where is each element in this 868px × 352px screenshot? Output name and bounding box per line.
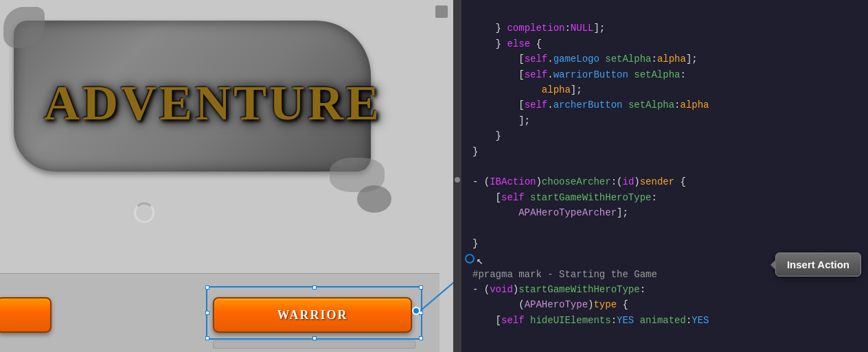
deco-rock-3 [357,185,391,213]
adventure-title: ADVENTURE [44,75,382,132]
adventure-logo-container: ADVENTURE [10,34,415,172]
insert-action-label: Insert Action [787,259,849,270]
warrior-button-container: WARRIOR [213,297,415,333]
warrior-button[interactable]: WARRIOR [213,297,412,333]
handle-ml [205,311,209,315]
code-editor-panel: } completion:NULL]; } else { [self.gameL… [461,0,868,352]
archer-button-container [0,297,55,333]
buttons-bar: WARRIOR [0,273,439,352]
connection-dot-target [465,254,475,263]
loading-spinner [134,202,155,223]
code-content: } completion:NULL]; } else { [self.gameL… [472,5,857,328]
handle-bl [205,336,209,340]
handle-tr [419,285,423,290]
cursor-indicator: ↖ [477,254,483,267]
panel-divider [453,0,461,352]
handle-tm [312,285,317,290]
connection-dot-source[interactable] [412,307,420,315]
handle-br [419,336,423,340]
divider-dot [455,177,460,183]
insert-action-tooltip: Insert Action [775,253,861,277]
resize-handle[interactable] [435,5,448,18]
spinner-container [134,202,155,223]
ib-panel: ADVENTURE WARRIOR [0,0,453,352]
resize-bar[interactable] [213,340,415,349]
archer-button[interactable] [0,297,52,333]
handle-tl [205,285,209,290]
